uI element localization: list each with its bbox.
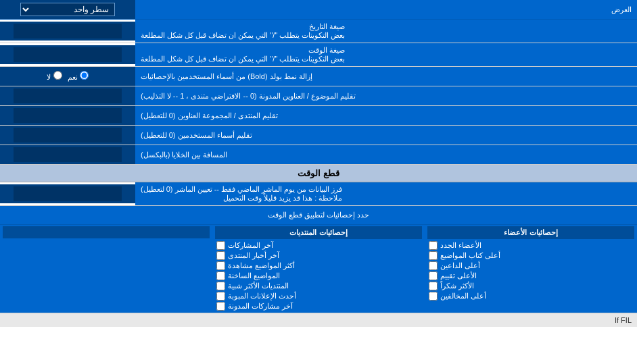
- date-format-row: صيغة التاريخ بعض التكوينات يتطلب "/" الت…: [0, 20, 637, 43]
- cell-spacing-row: المسافة بين الخلايا (بالبكسل) 2: [0, 145, 637, 165]
- checkbox-top-inviters: أعلى الداعين: [427, 261, 634, 271]
- usernames-input-wrap: 0: [0, 126, 135, 145]
- topics-titles-row: تقليم الموضوع / العناوين المدونة (0 -- ا…: [0, 86, 637, 106]
- checkbox-top-topics-writers: أعلى كتاب المواضيع: [427, 251, 634, 261]
- cutoff-section-header: قطع الوقت: [0, 165, 637, 182]
- checkbox-top-violators-input[interactable]: [429, 292, 438, 301]
- checkbox-col-members: إحصائيات الأعضاء الأعضاء الجدد أعلى كتاب…: [425, 225, 637, 313]
- checkbox-most-thanks-input[interactable]: [429, 282, 438, 290]
- cutoff-input[interactable]: 0: [14, 186, 122, 201]
- radio-yes[interactable]: [80, 71, 89, 80]
- checkbox-new-members: الأعضاء الجدد: [427, 240, 634, 251]
- checkbox-most-similar-forums-input[interactable]: [216, 282, 225, 290]
- cutoff-label: فرز البيانات من يوم الماشر الماضي فقط --…: [135, 182, 637, 205]
- radio-no[interactable]: [53, 71, 62, 80]
- checkbox-most-thanks: الأكثر شكراً: [427, 281, 634, 291]
- forum-titles-input-wrap: 33: [0, 106, 135, 125]
- time-format-label: صيغة الوقت بعض التكوينات يتطلب "/" التي …: [135, 43, 637, 66]
- checkbox-latest-blog-posts-input[interactable]: [216, 302, 225, 311]
- cutoff-row: فرز البيانات من يوم الماشر الماضي فقط --…: [0, 182, 637, 206]
- forum-titles-input[interactable]: 33: [14, 108, 122, 123]
- date-format-input[interactable]: d-m: [14, 24, 122, 38]
- checkbox-grid: إحصائيات الأعضاء الأعضاء الجدد أعلى كتاب…: [0, 225, 637, 313]
- bold-remove-input-wrap: نعم لا: [0, 67, 135, 86]
- checkbox-most-viewed-input[interactable]: [216, 261, 225, 270]
- cell-spacing-input[interactable]: 2: [14, 147, 122, 162]
- checkbox-hot-topics-input[interactable]: [216, 271, 225, 280]
- checkbox-most-viewed: أكثر المواضيع مشاهدة: [215, 261, 422, 271]
- col1-header: إحصائيات الأعضاء: [427, 226, 634, 239]
- checkbox-new-members-input[interactable]: [429, 241, 438, 250]
- date-format-label: صيغة التاريخ بعض التكوينات يتطلب "/" الت…: [135, 20, 637, 43]
- topics-titles-input-wrap: 33: [0, 86, 135, 105]
- footer-text: If FIL: [0, 313, 637, 327]
- limit-row: حدد إحصائيات لتطبيق قطع الوقت: [0, 206, 637, 225]
- topics-titles-input[interactable]: 33: [14, 88, 122, 103]
- display-row: العرض سطر واحد سطرين ثلاثة أسطر: [0, 0, 637, 20]
- col3-header: [3, 226, 210, 238]
- checkbox-hot-topics: المواضيع الساخنة: [215, 271, 422, 281]
- forum-titles-row: تقليم المنتدى / المجموعة العناوين (0 للت…: [0, 106, 637, 126]
- time-format-row: صيغة الوقت بعض التكوينات يتطلب "/" التي …: [0, 43, 637, 67]
- display-select-wrap: سطر واحد سطرين ثلاثة أسطر: [0, 0, 135, 19]
- usernames-row: تقليم أسماء المستخدمين (0 للتعطيل) 0: [0, 126, 637, 145]
- checkbox-latest-posts: آخر المشاركات: [215, 240, 422, 251]
- display-select[interactable]: سطر واحد سطرين ثلاثة أسطر: [20, 3, 115, 16]
- time-format-input-wrap: H:i: [0, 45, 135, 64]
- main-container: العرض سطر واحد سطرين ثلاثة أسطر صيغة الت…: [0, 0, 637, 327]
- cell-spacing-label: المسافة بين الخلايا (بالبكسل): [135, 145, 637, 164]
- bold-remove-row: إزالة نمط بولد (Bold) من أسماء المستخدمي…: [0, 67, 637, 86]
- checkbox-latest-classified-input[interactable]: [216, 292, 225, 301]
- checkbox-most-similar-forums: المنتديات الأكثر شبية: [215, 281, 422, 291]
- checkbox-latest-posts-input[interactable]: [216, 241, 225, 250]
- checkbox-col-forums: إحصائيات المنتديات آخر المشاركات آخر أخب…: [212, 225, 425, 313]
- checkbox-latest-blog-posts: آخر مشاركات المدونة: [215, 301, 422, 311]
- checkbox-top-topics-writers-input[interactable]: [429, 251, 438, 260]
- radio-no-label: لا: [47, 71, 62, 82]
- limit-label: حدد إحصائيات لتطبيق قطع الوقت: [0, 208, 637, 222]
- bold-remove-label: إزالة نمط بولد (Bold) من أسماء المستخدمي…: [135, 67, 637, 86]
- usernames-input[interactable]: 0: [14, 128, 122, 142]
- checkbox-top-inviters-input[interactable]: [429, 261, 438, 270]
- checkbox-col-empty: [0, 225, 212, 313]
- display-label: العرض: [135, 3, 637, 17]
- checkbox-top-rated: الأعلى تقييم: [427, 271, 634, 281]
- checkbox-latest-classified: أحدث الإعلانات المبوبة: [215, 291, 422, 301]
- topics-titles-label: تقليم الموضوع / العناوين المدونة (0 -- ا…: [135, 86, 637, 105]
- forum-titles-label: تقليم المنتدى / المجموعة العناوين (0 للت…: [135, 106, 637, 125]
- checkbox-latest-forum-news: آخر أخبار المنتدى: [215, 251, 422, 261]
- cutoff-input-wrap: 0: [0, 184, 135, 203]
- cell-spacing-input-wrap: 2: [0, 145, 135, 164]
- col2-header: إحصائيات المنتديات: [215, 226, 422, 239]
- bold-radio-group: نعم لا: [41, 71, 93, 82]
- usernames-label: تقليم أسماء المستخدمين (0 للتعطيل): [135, 126, 637, 145]
- checkbox-top-violators: أعلى المخالفين: [427, 291, 634, 301]
- time-format-input[interactable]: H:i: [14, 47, 122, 62]
- checkbox-top-rated-input[interactable]: [429, 271, 438, 280]
- radio-yes-label: نعم: [68, 71, 89, 82]
- checkbox-latest-forum-news-input[interactable]: [216, 251, 225, 260]
- date-format-input-wrap: d-m: [0, 22, 135, 41]
